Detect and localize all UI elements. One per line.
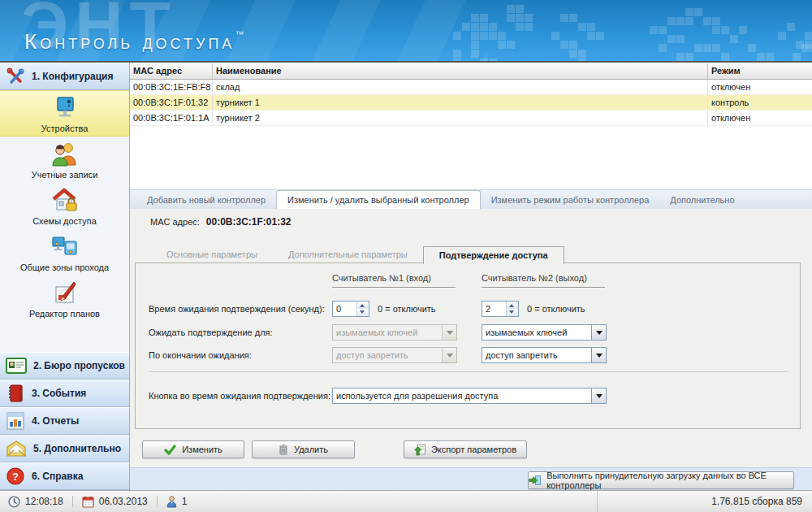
dropdown-value: используется для разрешения доступа — [333, 391, 591, 401]
after-timeout-reader2-dropdown[interactable]: доступ запретить — [482, 347, 607, 363]
status-version: 1.76.815 сборка 859 — [711, 496, 802, 507]
table-row-selected[interactable]: 00:0B:3C:1F:01:32 турникет 1 контроль — [130, 95, 812, 111]
status-time-value: 12:08:18 — [25, 496, 63, 507]
sidebar-item-access-schemes[interactable]: Схемы доступа — [0, 183, 129, 229]
sidebar-filler — [0, 322, 129, 352]
tab-add-controller[interactable]: Добавить новый контроллер — [136, 192, 276, 209]
status-user-count-value: 1 — [182, 496, 188, 507]
delete-button[interactable]: Удалить — [252, 440, 355, 458]
sidebar-item-label: Схемы доступа — [32, 216, 97, 226]
pixel-map-decoration — [778, 23, 786, 31]
wait-time-reader2-spinner[interactable]: 2 — [482, 301, 519, 317]
sidebar-item-common-zones[interactable]: Общие зоны прохода — [0, 229, 129, 276]
spinner-buttons — [506, 302, 518, 316]
cell-mode: отключен — [708, 111, 812, 125]
sidebar-section-label: 2. Бюро пропусков — [33, 360, 125, 371]
app-logo: Контроль доступа™ — [24, 29, 244, 54]
events-book-icon — [6, 384, 25, 403]
app-header: ЭНТ Контроль доступа™ — [0, 0, 812, 63]
accounts-icon — [50, 140, 80, 169]
tab-edit-delete-controller[interactable]: Изменить / удалить выбранный контроллер — [276, 190, 481, 209]
pixel-map-decoration — [453, 5, 461, 13]
column-header-mode[interactable]: Режим — [708, 63, 812, 79]
sidebar-item-label: Учетные записи — [32, 170, 98, 180]
sidebar-section-events[interactable]: 3. События — [0, 380, 129, 407]
tab-change-mode[interactable]: Изменить режим работы контроллера — [481, 192, 660, 209]
export-button-label: Экспорт параметров — [431, 445, 516, 454]
dropdown-button[interactable] — [591, 325, 606, 340]
device-monitor-icon — [51, 93, 79, 123]
sidebar-item-accounts[interactable]: Учетные записи — [0, 137, 129, 183]
table-row[interactable]: 00:0B:3C:1E:FB:F8 склад отключен — [130, 80, 812, 95]
delete-trash-icon — [279, 444, 288, 455]
sidebar-section-label: 6. Справка — [32, 471, 83, 482]
column-header-mac[interactable]: MAC адрес — [130, 63, 213, 79]
sidebar-section-pass-office[interactable]: 2. Бюро пропусков — [0, 352, 129, 380]
spinner-up-icon[interactable] — [357, 302, 369, 309]
dropdown-arrow-icon — [596, 331, 603, 335]
tab-basic-parameters[interactable]: Основные параметры — [151, 246, 273, 263]
force-load-button[interactable]: Выполнить принудительную загрузку данных… — [528, 471, 794, 489]
status-date-value: 06.03.2013 — [99, 496, 148, 507]
main-content: MAC адрес Наименование Режим 00:0B:3C:1E… — [130, 63, 812, 490]
dropdown-button[interactable] — [591, 348, 606, 362]
wait-time-reader1-spinner[interactable]: 0 — [332, 301, 369, 317]
parameters-tabstrip: Основные параметры Дополнительные параме… — [151, 246, 564, 264]
sidebar-section-label: 4. Отчеты — [32, 415, 79, 427]
cell-mode: отключен — [708, 80, 812, 94]
cell-name: турникет 1 — [213, 95, 708, 110]
sidebar-section-additional[interactable]: 5. Дополнительно — [0, 435, 129, 462]
sidebar-item-devices[interactable]: Устройства — [0, 90, 129, 137]
calendar-icon — [82, 496, 94, 508]
user-count-icon — [166, 496, 177, 508]
common-zones-icon — [50, 232, 80, 262]
sidebar-item-plan-editor[interactable]: Редактор планов — [0, 276, 129, 322]
reader2-header: Считыватель №2 (выход) — [482, 273, 605, 288]
column-header-name[interactable]: Наименование — [213, 63, 708, 79]
export-parameters-button[interactable]: Экспорт параметров — [404, 440, 527, 458]
sidebar-section-help[interactable]: ? 6. Справка — [0, 462, 129, 490]
sidebar-item-label: Общие зоны прохода — [20, 263, 109, 272]
sidebar-section-reports[interactable]: 4. Отчеты — [0, 407, 129, 435]
spinner-down-icon[interactable] — [357, 309, 369, 316]
tab-access-confirmation[interactable]: Подтверждение доступа — [423, 246, 564, 264]
mac-address-label: MAC адрес: — [150, 217, 200, 227]
controller-tabstrip: Добавить новый контроллер Изменить / уда… — [130, 189, 812, 209]
wait-time-hint-reader2: 0 = отключить — [527, 301, 585, 317]
sidebar-section-configuration[interactable]: 1. Конфигурация — [0, 63, 129, 90]
dropdown-arrow-icon — [596, 394, 603, 398]
access-control-app: ЭНТ Контроль доступа™ 1. Конфигурация Ус… — [0, 0, 812, 512]
after-timeout-reader1-dropdown: доступ запретить — [332, 347, 457, 363]
tab-additional-parameters[interactable]: Дополнительные параметры — [273, 246, 423, 263]
table-row[interactable]: 00:0B:3C:1F:01:1A турникет 2 отключен — [130, 111, 812, 126]
dropdown-button — [442, 348, 456, 362]
edit-button[interactable]: Изменить — [142, 440, 244, 458]
after-timeout-label: По окончании ожидания: — [149, 347, 252, 363]
status-separator — [72, 496, 73, 507]
edit-controller-panel: MAC адрес: 00:0B:3C:1F:01:32 Основные па… — [130, 209, 812, 467]
spinner-up-icon[interactable] — [507, 302, 518, 309]
edit-button-label: Изменить — [182, 445, 222, 454]
extra-envelope-icon — [6, 440, 27, 458]
tab-additional[interactable]: Дополнительно — [659, 192, 745, 209]
dropdown-button[interactable] — [591, 388, 606, 403]
access-confirmation-groupbox: Считыватель №1 (вход) Считыватель №2 (вы… — [135, 263, 801, 429]
confirm-for-reader2-dropdown[interactable]: изымаемых ключей — [482, 324, 607, 341]
spinner-buttons — [356, 302, 369, 316]
dropdown-button — [442, 325, 456, 340]
button-mode-dropdown[interactable]: используется для разрешения доступа — [332, 388, 607, 404]
svg-text:?: ? — [12, 471, 19, 483]
cell-name: склад — [213, 80, 708, 94]
dropdown-value: доступ запретить — [333, 350, 442, 360]
cell-mac: 00:0B:3C:1F:01:1A — [130, 111, 213, 125]
delete-button-label: Удалить — [294, 445, 328, 454]
trademark-sign: ™ — [235, 29, 244, 39]
dropdown-value: изымаемых ключей — [333, 328, 442, 337]
spinner-value: 2 — [482, 302, 506, 316]
spinner-down-icon[interactable] — [507, 309, 518, 316]
plan-editor-icon — [50, 279, 80, 308]
cell-name: турникет 2 — [213, 111, 708, 125]
mac-address-value: 00:0B:3C:1F:01:32 — [206, 216, 292, 228]
table-header-row: MAC адрес Наименование Режим — [130, 63, 812, 80]
export-icon — [414, 444, 425, 456]
